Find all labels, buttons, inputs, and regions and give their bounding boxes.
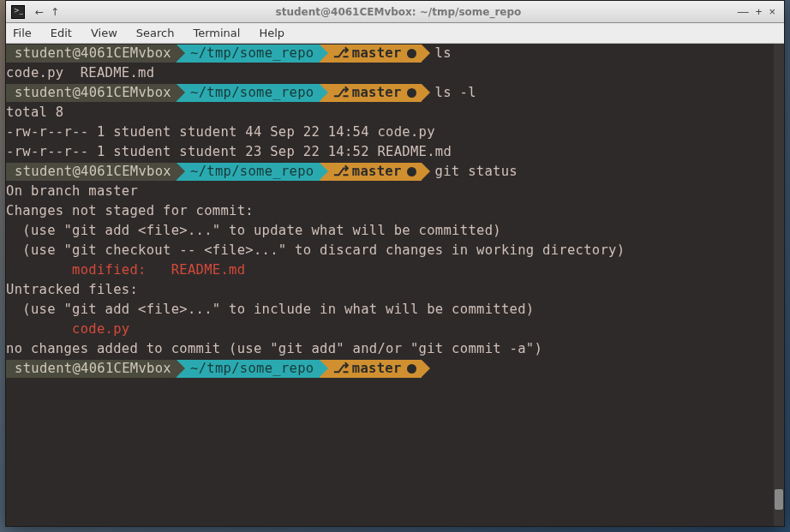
nav-back-icon[interactable]: ← — [35, 6, 44, 18]
window-title: student@4061CEMvbox: ~/tmp/some_repo — [63, 6, 734, 18]
scrollbar[interactable] — [774, 44, 784, 526]
menu-help[interactable]: Help — [259, 27, 284, 39]
prompt-path: ~/tmp/some_repo — [177, 163, 319, 181]
output-line: (use "git add <file>..." to update what … — [6, 221, 784, 241]
maximize-button[interactable]: + — [756, 5, 763, 18]
prompt-line-current[interactable]: student@4061CEMvbox ~/tmp/some_repo ⎇mas… — [6, 359, 784, 379]
terminal-icon — [11, 5, 25, 19]
dirty-dot-icon — [407, 88, 416, 98]
command-text: git status — [435, 162, 518, 182]
output-line: code.py README.md — [6, 63, 784, 83]
prompt-path: ~/tmp/some_repo — [177, 360, 319, 378]
terminal-window: ← ↑ student@4061CEMvbox: ~/tmp/some_repo… — [5, 0, 785, 527]
prompt-user: student@4061CEMvbox — [6, 163, 177, 181]
dirty-dot-icon — [407, 364, 416, 374]
prompt-user: student@4061CEMvbox — [6, 45, 177, 63]
nav-up-icon[interactable]: ↑ — [51, 6, 59, 18]
menubar: File Edit View Search Terminal Help — [6, 23, 784, 44]
dirty-dot-icon — [407, 167, 416, 176]
prompt-branch: ⎇master — [320, 360, 422, 378]
output-line: -rw-r--r-- 1 student student 44 Sep 22 1… — [6, 123, 784, 142]
output-line-untracked: code.py — [6, 320, 784, 339]
output-line-modified: modified: README.md — [6, 260, 784, 280]
menu-edit[interactable]: Edit — [51, 27, 72, 39]
menu-file[interactable]: File — [13, 27, 32, 39]
prompt-line: student@4061CEMvbox ~/tmp/some_repo ⎇mas… — [6, 44, 784, 63]
prompt-user: student@4061CEMvbox — [6, 360, 177, 378]
minimize-button[interactable]: — — [738, 5, 749, 18]
output-line: -rw-r--r-- 1 student student 23 Sep 22 1… — [6, 142, 784, 162]
branch-icon: ⎇ — [333, 83, 349, 103]
menu-view[interactable]: View — [91, 27, 117, 39]
output-line: (use "git add <file>..." to include in w… — [6, 300, 784, 320]
output-line: On branch master — [6, 182, 784, 201]
menu-terminal[interactable]: Terminal — [193, 27, 240, 39]
branch-label: master — [352, 162, 402, 182]
output-line: Untracked files: — [6, 280, 784, 300]
prompt-line: student@4061CEMvbox ~/tmp/some_repo ⎇mas… — [6, 162, 784, 182]
prompt-line: student@4061CEMvbox ~/tmp/some_repo ⎇mas… — [6, 83, 784, 103]
prompt-branch: ⎇master — [320, 84, 422, 102]
prompt-user: student@4061CEMvbox — [6, 84, 177, 102]
branch-icon: ⎇ — [333, 162, 349, 182]
branch-label: master — [352, 44, 402, 63]
prompt-path: ~/tmp/some_repo — [177, 45, 319, 63]
branch-label: master — [352, 83, 402, 103]
dirty-dot-icon — [407, 49, 416, 58]
output-line: no changes added to commit (use "git add… — [6, 339, 784, 359]
menu-search[interactable]: Search — [136, 27, 175, 39]
scrollbar-thumb[interactable] — [775, 489, 783, 510]
titlebar[interactable]: ← ↑ student@4061CEMvbox: ~/tmp/some_repo… — [6, 1, 784, 23]
branch-label: master — [352, 359, 402, 379]
branch-icon: ⎇ — [333, 44, 349, 63]
command-text: ls — [435, 44, 452, 63]
output-line: total 8 — [6, 103, 784, 123]
prompt-branch: ⎇master — [320, 163, 422, 181]
terminal-body[interactable]: student@4061CEMvbox ~/tmp/some_repo ⎇mas… — [6, 44, 784, 526]
branch-icon: ⎇ — [333, 359, 349, 379]
output-line: Changes not staged for commit: — [6, 201, 784, 221]
output-line: (use "git checkout -- <file>..." to disc… — [6, 241, 784, 260]
close-button[interactable]: × — [769, 5, 775, 18]
prompt-path: ~/tmp/some_repo — [177, 84, 319, 102]
prompt-branch: ⎇master — [320, 45, 422, 63]
command-text: ls -l — [435, 83, 476, 103]
